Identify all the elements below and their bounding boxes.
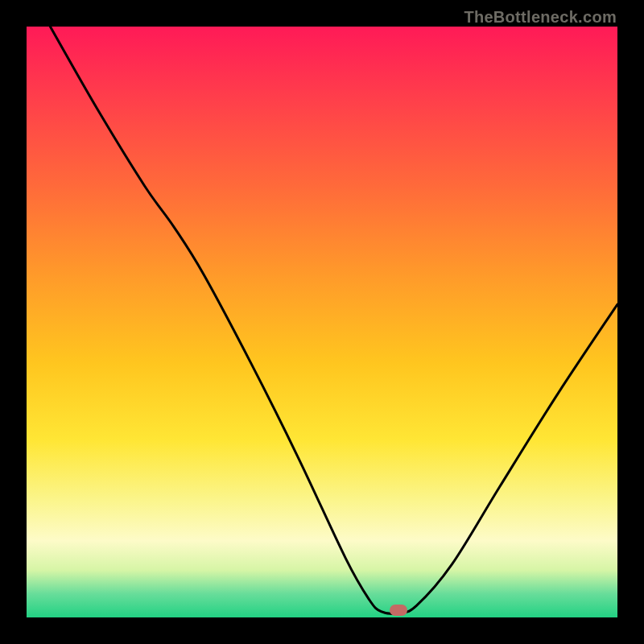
bottleneck-curve [27, 27, 617, 617]
watermark-label: TheBottleneck.com [464, 8, 617, 27]
optimal-marker [390, 605, 407, 616]
chart-frame: TheBottleneck.com [0, 0, 644, 644]
plot-area [27, 27, 617, 617]
